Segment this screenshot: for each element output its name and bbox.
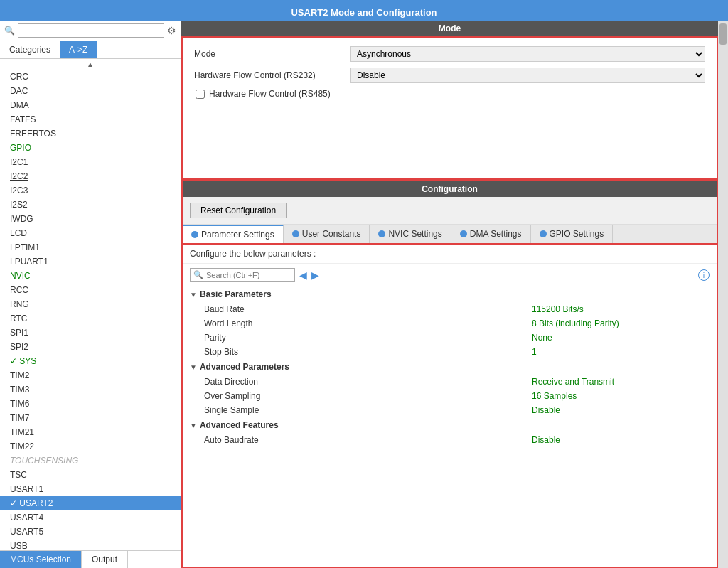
list-item-nvic[interactable]: NVIC <box>0 269 181 283</box>
tab-dma-settings[interactable]: DMA Settings <box>451 225 531 243</box>
config-search-input[interactable] <box>206 271 291 279</box>
tab-nvic-settings[interactable]: NVIC Settings <box>370 225 451 243</box>
basic-params-header[interactable]: ▼ Basic Parameters <box>183 286 717 302</box>
config-section: Reset Configuration Parameter Settings U… <box>183 197 717 567</box>
param-name-baud-rate: Baud Rate <box>204 304 532 314</box>
list-item[interactable]: IWDG <box>0 212 181 226</box>
list-item[interactable]: SPI2 <box>0 340 181 354</box>
param-row-stop-bits[interactable]: Stop Bits 1 <box>183 345 717 359</box>
list-item[interactable]: FREERTOS <box>0 127 181 141</box>
param-row-data-direction[interactable]: Data Direction Receive and Transmit <box>183 375 717 389</box>
list-item[interactable]: DMA <box>0 98 181 112</box>
config-hint: Configure the below parameters : <box>183 245 717 264</box>
list-item[interactable]: TSC <box>0 468 181 482</box>
param-row-over-sampling[interactable]: Over Sampling 16 Samples <box>183 389 717 403</box>
bottom-tab-output[interactable]: Output <box>82 551 128 568</box>
advanced-features-label: Advanced Features <box>200 420 279 430</box>
hw-flow-rs485-row: Hardware Flow Control (RS485) <box>194 89 705 99</box>
param-name-parity: Parity <box>204 333 532 343</box>
param-table: ▼ Basic Parameters Baud Rate 115200 Bits… <box>183 286 717 567</box>
param-row-single-sample[interactable]: Single Sample Disable <box>183 403 717 417</box>
sidebar-list-container: CRC DAC DMA FATFS FREERTOS GPIO I2C1 I2C… <box>0 70 181 550</box>
param-row-auto-baudrate[interactable]: Auto Baudrate Disable <box>183 433 717 447</box>
bottom-tab-mcu[interactable]: MCUs Selection <box>0 551 82 568</box>
list-item[interactable]: CRC <box>0 70 181 84</box>
list-item[interactable]: TIM22 <box>0 439 181 454</box>
list-item[interactable]: RCC <box>0 283 181 297</box>
param-settings-dot <box>191 231 198 238</box>
reset-configuration-button[interactable]: Reset Configuration <box>190 203 287 218</box>
list-item[interactable]: TIM3 <box>0 382 181 397</box>
list-item[interactable]: USART4 <box>0 510 181 525</box>
list-item[interactable]: USART5 <box>0 525 181 539</box>
list-item[interactable]: FATFS <box>0 112 181 127</box>
param-name-data-direction: Data Direction <box>204 377 532 387</box>
tab-atoz[interactable]: A->Z <box>60 41 97 58</box>
list-item[interactable]: TIM6 <box>0 397 181 411</box>
hw-flow-rs485-checkbox[interactable] <box>196 90 205 99</box>
list-item[interactable]: I2C3 <box>0 183 181 198</box>
param-row-baud-rate[interactable]: Baud Rate 115200 Bits/s <box>183 302 717 316</box>
right-panel: Mode Mode Asynchronous Hardwa <box>181 21 718 568</box>
param-value-baud-rate: 115200 Bits/s <box>532 304 710 314</box>
mode-section-header: Mode <box>181 21 718 36</box>
list-item[interactable]: LPUART1 <box>0 254 181 269</box>
gear-icon[interactable]: ⚙ <box>167 25 176 36</box>
list-item[interactable]: LPTIM1 <box>0 240 181 254</box>
config-search-icon: 🔍 <box>193 270 203 279</box>
list-item[interactable]: SPI1 <box>0 326 181 340</box>
gpio-settings-dot <box>540 230 547 237</box>
list-item[interactable]: RNG <box>0 297 181 311</box>
dma-settings-label: DMA Settings <box>470 229 522 239</box>
list-item-touchsensing[interactable]: TOUCHSENSING <box>0 454 181 468</box>
tab-parameter-settings[interactable]: Parameter Settings <box>183 225 284 243</box>
sidebar-tabs: Categories A->Z <box>0 41 181 59</box>
list-item[interactable]: LCD <box>0 226 181 240</box>
param-row-word-length[interactable]: Word Length 8 Bits (including Parity) <box>183 316 717 331</box>
user-constants-label: User Constants <box>302 229 361 239</box>
hw-flow-rs485-label: Hardware Flow Control (RS485) <box>209 89 331 99</box>
list-item-sys[interactable]: ✓ SYS <box>0 354 181 368</box>
right-scrollbar[interactable] <box>718 21 728 568</box>
collapse-arrow: ▼ <box>190 291 197 299</box>
scroll-thumb[interactable] <box>719 23 727 45</box>
list-item-usart2[interactable]: ✓ USART2 <box>0 496 181 510</box>
basic-params-label: Basic Parameters <box>200 289 272 299</box>
list-item[interactable]: USART1 <box>0 482 181 496</box>
sidebar-search-input[interactable] <box>18 23 164 38</box>
mode-select[interactable]: Asynchronous <box>350 46 705 62</box>
list-item[interactable]: TIM7 <box>0 411 181 425</box>
nav-prev-arrow[interactable]: ◀ <box>299 269 307 281</box>
list-item[interactable]: I2C1 <box>0 155 181 169</box>
list-item[interactable]: TIM21 <box>0 425 181 439</box>
config-tabs: Parameter Settings User Constants NVIC S… <box>183 225 717 245</box>
config-section-header: Configuration <box>183 181 717 197</box>
advanced-features-header[interactable]: ▼ Advanced Features <box>183 417 717 433</box>
tab-categories[interactable]: Categories <box>0 41 60 58</box>
list-item[interactable]: RTC <box>0 311 181 326</box>
info-icon[interactable]: i <box>698 269 710 281</box>
nvic-settings-dot <box>378 230 385 237</box>
list-item-i2c2[interactable]: I2C2 <box>0 169 181 183</box>
nvic-settings-label: NVIC Settings <box>388 229 441 239</box>
list-item-gpio[interactable]: GPIO <box>0 141 181 155</box>
list-item[interactable]: USB <box>0 539 181 550</box>
nav-next-arrow[interactable]: ▶ <box>311 269 319 281</box>
list-item[interactable]: DAC <box>0 84 181 98</box>
param-settings-label: Parameter Settings <box>201 230 274 240</box>
advanced-params-header[interactable]: ▼ Advanced Parameters <box>183 359 717 375</box>
list-item[interactable]: TIM2 <box>0 368 181 382</box>
user-constants-dot <box>292 230 299 237</box>
param-value-data-direction: Receive and Transmit <box>532 377 710 387</box>
gpio-settings-label: GPIO Settings <box>550 229 604 239</box>
sidebar-list: CRC DAC DMA FATFS FREERTOS GPIO I2C1 I2C… <box>0 70 181 550</box>
tab-user-constants[interactable]: User Constants <box>284 225 370 243</box>
list-item[interactable]: I2S2 <box>0 198 181 212</box>
tab-gpio-settings[interactable]: GPIO Settings <box>531 225 614 243</box>
collapse-arrow-adv: ▼ <box>190 363 197 371</box>
content-area: 🔍 ⚙ Categories A->Z ▲ CRC DAC DMA FATFS … <box>0 21 728 568</box>
sidebar: 🔍 ⚙ Categories A->Z ▲ CRC DAC DMA FATFS … <box>0 21 181 568</box>
hw-flow-select[interactable]: Disable <box>350 68 705 83</box>
sections-container: Mode Mode Asynchronous Hardwa <box>181 21 718 568</box>
param-row-parity[interactable]: Parity None <box>183 331 717 345</box>
